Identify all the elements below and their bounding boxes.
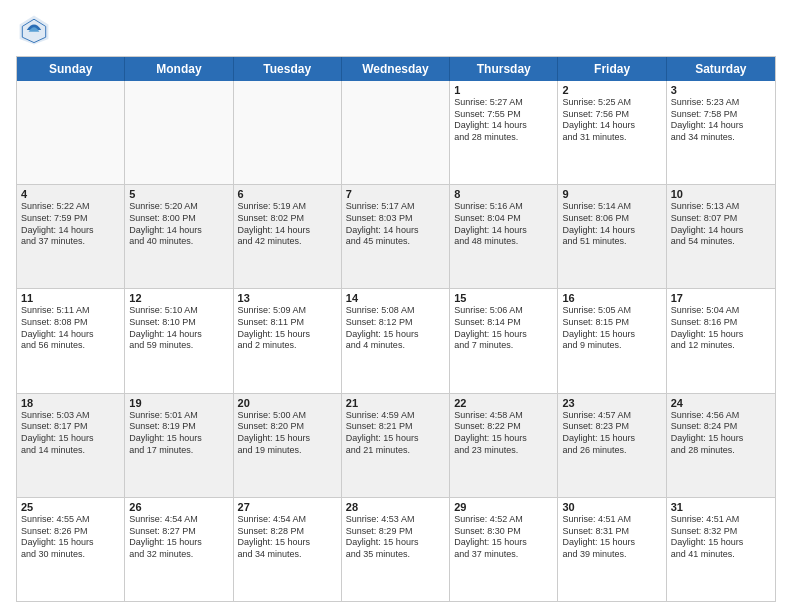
day-number: 28 [346,501,445,513]
calendar-cell: 18Sunrise: 5:03 AM Sunset: 8:17 PM Dayli… [17,394,125,497]
calendar-cell: 30Sunrise: 4:51 AM Sunset: 8:31 PM Dayli… [558,498,666,601]
day-number: 19 [129,397,228,409]
day-info: Sunrise: 5:13 AM Sunset: 8:07 PM Dayligh… [671,201,771,248]
calendar-cell: 26Sunrise: 4:54 AM Sunset: 8:27 PM Dayli… [125,498,233,601]
day-info: Sunrise: 5:06 AM Sunset: 8:14 PM Dayligh… [454,305,553,352]
day-number: 29 [454,501,553,513]
day-number: 26 [129,501,228,513]
day-number: 12 [129,292,228,304]
calendar-cell [125,81,233,184]
day-info: Sunrise: 5:22 AM Sunset: 7:59 PM Dayligh… [21,201,120,248]
day-number: 1 [454,84,553,96]
day-number: 21 [346,397,445,409]
header [16,12,776,48]
day-info: Sunrise: 4:52 AM Sunset: 8:30 PM Dayligh… [454,514,553,561]
day-number: 18 [21,397,120,409]
calendar-cell [342,81,450,184]
day-info: Sunrise: 4:51 AM Sunset: 8:32 PM Dayligh… [671,514,771,561]
day-info: Sunrise: 5:19 AM Sunset: 8:02 PM Dayligh… [238,201,337,248]
day-number: 16 [562,292,661,304]
day-number: 27 [238,501,337,513]
day-info: Sunrise: 5:17 AM Sunset: 8:03 PM Dayligh… [346,201,445,248]
weekday-header: Friday [558,57,666,81]
day-number: 17 [671,292,771,304]
day-info: Sunrise: 5:03 AM Sunset: 8:17 PM Dayligh… [21,410,120,457]
weekday-header: Saturday [667,57,775,81]
day-info: Sunrise: 5:16 AM Sunset: 8:04 PM Dayligh… [454,201,553,248]
calendar-cell: 10Sunrise: 5:13 AM Sunset: 8:07 PM Dayli… [667,185,775,288]
day-info: Sunrise: 4:58 AM Sunset: 8:22 PM Dayligh… [454,410,553,457]
calendar: SundayMondayTuesdayWednesdayThursdayFrid… [16,56,776,602]
day-info: Sunrise: 5:23 AM Sunset: 7:58 PM Dayligh… [671,97,771,144]
day-info: Sunrise: 5:08 AM Sunset: 8:12 PM Dayligh… [346,305,445,352]
weekday-header: Monday [125,57,233,81]
weekday-header: Thursday [450,57,558,81]
day-info: Sunrise: 5:01 AM Sunset: 8:19 PM Dayligh… [129,410,228,457]
calendar-header: SundayMondayTuesdayWednesdayThursdayFrid… [17,57,775,81]
calendar-cell: 12Sunrise: 5:10 AM Sunset: 8:10 PM Dayli… [125,289,233,392]
day-info: Sunrise: 5:27 AM Sunset: 7:55 PM Dayligh… [454,97,553,144]
day-info: Sunrise: 5:04 AM Sunset: 8:16 PM Dayligh… [671,305,771,352]
day-info: Sunrise: 4:55 AM Sunset: 8:26 PM Dayligh… [21,514,120,561]
day-number: 14 [346,292,445,304]
day-info: Sunrise: 5:10 AM Sunset: 8:10 PM Dayligh… [129,305,228,352]
calendar-cell [17,81,125,184]
day-number: 23 [562,397,661,409]
calendar-cell: 17Sunrise: 5:04 AM Sunset: 8:16 PM Dayli… [667,289,775,392]
calendar-cell: 28Sunrise: 4:53 AM Sunset: 8:29 PM Dayli… [342,498,450,601]
calendar-cell: 1Sunrise: 5:27 AM Sunset: 7:55 PM Daylig… [450,81,558,184]
day-info: Sunrise: 4:57 AM Sunset: 8:23 PM Dayligh… [562,410,661,457]
day-info: Sunrise: 4:56 AM Sunset: 8:24 PM Dayligh… [671,410,771,457]
day-info: Sunrise: 5:05 AM Sunset: 8:15 PM Dayligh… [562,305,661,352]
calendar-body: 1Sunrise: 5:27 AM Sunset: 7:55 PM Daylig… [17,81,775,601]
day-number: 31 [671,501,771,513]
calendar-cell: 13Sunrise: 5:09 AM Sunset: 8:11 PM Dayli… [234,289,342,392]
calendar-cell: 25Sunrise: 4:55 AM Sunset: 8:26 PM Dayli… [17,498,125,601]
calendar-cell: 8Sunrise: 5:16 AM Sunset: 8:04 PM Daylig… [450,185,558,288]
day-info: Sunrise: 5:20 AM Sunset: 8:00 PM Dayligh… [129,201,228,248]
calendar-row: 25Sunrise: 4:55 AM Sunset: 8:26 PM Dayli… [17,497,775,601]
day-number: 25 [21,501,120,513]
weekday-header: Sunday [17,57,125,81]
day-number: 10 [671,188,771,200]
day-info: Sunrise: 5:00 AM Sunset: 8:20 PM Dayligh… [238,410,337,457]
day-info: Sunrise: 4:53 AM Sunset: 8:29 PM Dayligh… [346,514,445,561]
day-info: Sunrise: 4:54 AM Sunset: 8:28 PM Dayligh… [238,514,337,561]
day-info: Sunrise: 4:59 AM Sunset: 8:21 PM Dayligh… [346,410,445,457]
day-number: 11 [21,292,120,304]
calendar-cell: 5Sunrise: 5:20 AM Sunset: 8:00 PM Daylig… [125,185,233,288]
page: SundayMondayTuesdayWednesdayThursdayFrid… [0,0,792,612]
day-info: Sunrise: 5:14 AM Sunset: 8:06 PM Dayligh… [562,201,661,248]
calendar-cell: 9Sunrise: 5:14 AM Sunset: 8:06 PM Daylig… [558,185,666,288]
day-info: Sunrise: 4:54 AM Sunset: 8:27 PM Dayligh… [129,514,228,561]
calendar-cell: 11Sunrise: 5:11 AM Sunset: 8:08 PM Dayli… [17,289,125,392]
day-number: 8 [454,188,553,200]
calendar-cell: 16Sunrise: 5:05 AM Sunset: 8:15 PM Dayli… [558,289,666,392]
calendar-row: 18Sunrise: 5:03 AM Sunset: 8:17 PM Dayli… [17,393,775,497]
calendar-row: 4Sunrise: 5:22 AM Sunset: 7:59 PM Daylig… [17,184,775,288]
day-number: 6 [238,188,337,200]
calendar-cell: 23Sunrise: 4:57 AM Sunset: 8:23 PM Dayli… [558,394,666,497]
calendar-row: 1Sunrise: 5:27 AM Sunset: 7:55 PM Daylig… [17,81,775,184]
day-number: 20 [238,397,337,409]
calendar-cell: 2Sunrise: 5:25 AM Sunset: 7:56 PM Daylig… [558,81,666,184]
day-number: 22 [454,397,553,409]
day-number: 2 [562,84,661,96]
calendar-cell: 4Sunrise: 5:22 AM Sunset: 7:59 PM Daylig… [17,185,125,288]
day-number: 5 [129,188,228,200]
day-number: 13 [238,292,337,304]
day-info: Sunrise: 4:51 AM Sunset: 8:31 PM Dayligh… [562,514,661,561]
day-info: Sunrise: 5:11 AM Sunset: 8:08 PM Dayligh… [21,305,120,352]
day-info: Sunrise: 5:09 AM Sunset: 8:11 PM Dayligh… [238,305,337,352]
calendar-cell: 31Sunrise: 4:51 AM Sunset: 8:32 PM Dayli… [667,498,775,601]
day-number: 9 [562,188,661,200]
calendar-cell: 3Sunrise: 5:23 AM Sunset: 7:58 PM Daylig… [667,81,775,184]
calendar-cell: 27Sunrise: 4:54 AM Sunset: 8:28 PM Dayli… [234,498,342,601]
day-number: 4 [21,188,120,200]
day-number: 3 [671,84,771,96]
calendar-cell: 20Sunrise: 5:00 AM Sunset: 8:20 PM Dayli… [234,394,342,497]
day-info: Sunrise: 5:25 AM Sunset: 7:56 PM Dayligh… [562,97,661,144]
calendar-cell: 29Sunrise: 4:52 AM Sunset: 8:30 PM Dayli… [450,498,558,601]
day-number: 30 [562,501,661,513]
logo-icon [16,12,52,48]
